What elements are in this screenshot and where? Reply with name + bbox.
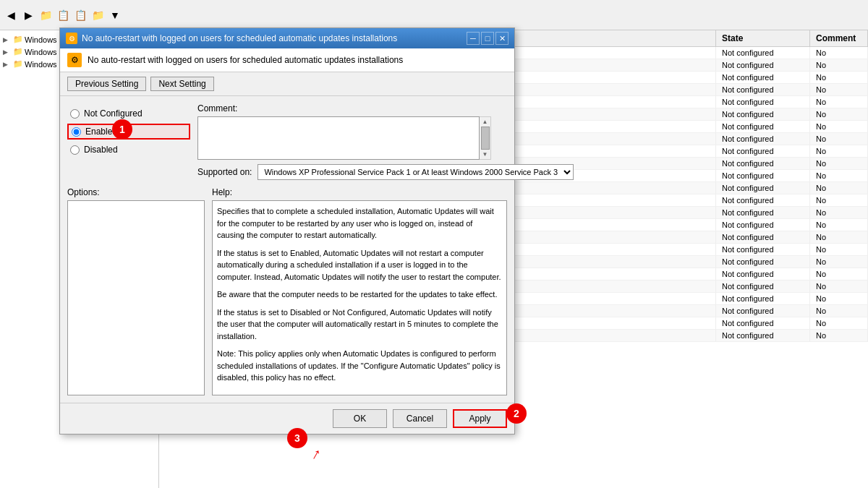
radio-not-configured[interactable]: Not Configured <box>67 106 190 121</box>
dialog-inner-icon: ⚙ <box>67 53 82 67</box>
supported-label: Supported on: <box>197 167 252 177</box>
ok-button[interactable]: OK <box>333 409 387 428</box>
forward-btn[interactable]: ▶ <box>20 7 36 23</box>
annotation-3: 3 <box>287 428 307 448</box>
right-section: Comment: ▲ ▼ Supported on: Windows XP Pr… <box>190 103 507 180</box>
back-btn[interactable]: ◀ <box>3 7 19 23</box>
folder-btn[interactable]: 📁 <box>38 7 54 23</box>
options-title: Options: <box>67 187 205 197</box>
minimize-btn[interactable]: ─ <box>467 32 480 45</box>
options-section: Options: <box>67 187 205 395</box>
help-para-1: Specifies that to complete a scheduled i… <box>217 205 502 241</box>
radio-disabled[interactable]: Disabled <box>67 142 190 157</box>
help-box[interactable]: Specifies that to complete a scheduled i… <box>212 200 507 395</box>
disabled-label: Disabled <box>84 145 118 155</box>
dialog-titlebar: ⚙ No auto-restart with logged on users f… <box>60 28 514 48</box>
close-btn[interactable]: ✕ <box>495 32 509 45</box>
dialog-controls: ─ □ ✕ <box>467 32 509 45</box>
cancel-button[interactable]: Cancel <box>393 409 447 428</box>
paste-btn[interactable]: 📋 <box>72 7 88 23</box>
dialog-inner-header: ⚙ No auto-restart with logged on users f… <box>60 48 514 72</box>
help-para-3: Be aware that the computer needs to be r… <box>217 288 502 301</box>
apply-button[interactable]: Apply <box>453 409 507 428</box>
comment-scrollbar: ▲ ▼ <box>480 116 491 160</box>
help-para-5: Note: This policy applies only when Auto… <box>217 348 502 384</box>
supported-dropdown[interactable]: Windows XP Professional Service Pack 1 o… <box>258 164 574 180</box>
supported-row: Supported on: Windows XP Professional Se… <box>197 164 507 180</box>
help-title: Help: <box>212 187 507 197</box>
col-state: State <box>716 30 810 46</box>
help-para-2: If the status is set to Enabled, Automat… <box>217 247 502 283</box>
properties-btn[interactable]: 📁 <box>90 7 106 23</box>
dialog-title-icon: ⚙ <box>66 33 77 44</box>
options-box <box>67 200 205 395</box>
col-comment: Comment <box>810 30 868 46</box>
comment-label: Comment: <box>197 103 507 114</box>
toolbar: ◀ ▶ 📁 📋 📋 📁 ▼ <box>0 0 868 30</box>
maximize-btn[interactable]: □ <box>481 32 494 45</box>
not-configured-label: Not Configured <box>84 108 142 119</box>
copy-btn[interactable]: 📋 <box>55 7 71 23</box>
dialog-nav: Previous Setting Next Setting <box>60 72 514 96</box>
dialog-title-text: No auto-restart with logged on users for… <box>82 33 397 43</box>
help-section: Help: Specifies that to complete a sched… <box>212 187 507 395</box>
dialog-body: Not Configured Enabled Disabled Comment:… <box>60 96 514 403</box>
filter-btn[interactable]: ▼ <box>107 7 123 23</box>
annotation-2: 2 <box>506 403 527 424</box>
comment-textarea[interactable] <box>197 116 480 160</box>
dialog-footer: OK Cancel Apply <box>60 403 514 434</box>
prev-setting-btn[interactable]: Previous Setting <box>67 77 146 91</box>
options-help-section: Options: Help: Specifies that to complet… <box>67 187 507 395</box>
help-para-4: If the status is set to Disabled or Not … <box>217 307 502 343</box>
next-setting-btn[interactable]: Next Setting <box>150 77 213 91</box>
policy-dialog: ⚙ No auto-restart with logged on users f… <box>59 27 515 435</box>
annotation-1: 1 <box>112 119 132 140</box>
dialog-inner-title: No auto-restart with logged on users for… <box>88 55 403 65</box>
dialog-title-left: ⚙ No auto-restart with logged on users f… <box>66 33 397 44</box>
